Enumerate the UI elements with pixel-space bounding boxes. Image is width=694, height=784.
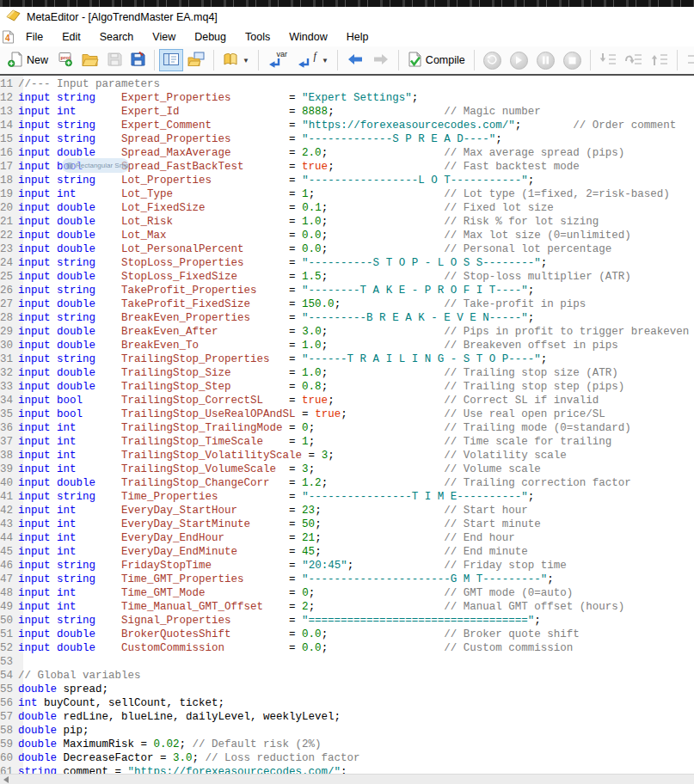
code-text[interactable]: input int TrailingStop_TrailingMode = 0;… (17, 422, 631, 434)
save-as-button[interactable] (126, 49, 150, 71)
code-line: 59double MaximumRisk = 0.02; // Default … (0, 738, 694, 751)
code-text[interactable]: double DecreaseFactor = 3.0; // Loss red… (17, 752, 360, 764)
menu-tools[interactable]: Tools (236, 28, 279, 46)
menu-search[interactable]: Search (90, 28, 144, 46)
code-text[interactable]: input string TrailingStop_Properties = "… (17, 353, 547, 365)
code-text[interactable]: input double BreakEven_After = 3.0; // P… (17, 326, 689, 338)
add-variable-button[interactable]: var (263, 49, 292, 71)
code-token: // Breakeven offset in pips (444, 340, 618, 352)
code-text[interactable] (17, 656, 18, 668)
code-token: Time_GMT_Mode (121, 587, 206, 599)
new-button[interactable]: New (3, 49, 52, 71)
code-text[interactable]: input double CustomCommission = 0.0; // … (17, 642, 573, 654)
code-text[interactable]: input string Time_Properties = "--------… (17, 491, 534, 503)
code-text[interactable]: input string Expert_Properties = "Expert… (17, 92, 418, 104)
new-project-button[interactable]: proj (52, 49, 77, 71)
code-text[interactable]: input bool TrailingStop_CorrectSL = true… (17, 395, 599, 407)
step-over-button[interactable] (621, 49, 647, 71)
code-text[interactable]: input string TakeProfit_Properties = "--… (17, 285, 534, 297)
debug-stop-button[interactable] (559, 49, 586, 71)
code-token: ; (309, 601, 445, 613)
code-text[interactable]: double spread; (17, 683, 108, 695)
step-over-icon (625, 52, 642, 69)
code-text[interactable]: input string Time_GMT_Properties = "----… (17, 573, 554, 585)
code-line: 22input double Lot_Max = 0.0; // Max lot… (0, 229, 694, 242)
code-text[interactable]: input double TrailingStop_Step = 0.8; //… (17, 381, 624, 393)
line-number: 18 (0, 174, 17, 187)
code-text[interactable]: input string StopLoss_Properties = "----… (17, 257, 547, 269)
code-token: input (18, 615, 51, 627)
debug-start-button[interactable] (506, 49, 532, 71)
code-text[interactable]: int buyCount, sellCount, ticket; (17, 697, 224, 709)
code-text[interactable]: input string BreakEven_Properties = "---… (17, 312, 534, 324)
continue-to-cursor-button[interactable] (682, 49, 694, 71)
compile-button[interactable]: Compile (403, 49, 470, 71)
navigate-back-button[interactable] (342, 49, 368, 71)
code-token (95, 230, 121, 242)
code-area[interactable]: 11//--- Input parameters12input string E… (0, 77, 694, 779)
code-text[interactable]: input int EveryDay_StartMinute = 50; // … (17, 518, 541, 530)
code-text[interactable]: double pip; (17, 725, 89, 737)
code-token: 50 (302, 518, 315, 530)
code-line: 53 (0, 655, 694, 669)
code-text[interactable]: input int Lot_Type = 1; // Lot type (1=f… (17, 188, 670, 200)
code-text[interactable]: input string Signal_Properties = "======… (17, 615, 541, 627)
reference-book-button[interactable]: ▼ (218, 49, 254, 71)
save-button[interactable] (103, 49, 126, 71)
menu-debug[interactable]: Debug (185, 28, 236, 46)
code-text[interactable]: input int EveryDay_StartHour = 23; // St… (17, 505, 528, 517)
code-text[interactable]: input double Lot_Max = 0.0; // Max lot s… (17, 230, 631, 242)
step-into-button[interactable] (595, 49, 621, 71)
code-token: = (231, 615, 303, 627)
code-text[interactable]: //--- Input parameters (17, 78, 160, 90)
code-text[interactable]: input int EveryDay_EndMinute = 45; // En… (17, 546, 528, 558)
horizontal-scrollbar[interactable] (0, 774, 694, 784)
code-text[interactable]: input string Spread_Properties = "------… (17, 133, 502, 145)
code-editor[interactable]: 11//--- Input parameters12input string E… (0, 76, 694, 774)
code-token: double (18, 752, 57, 764)
code-token: // Manual GMT offset (hours) (444, 601, 624, 613)
code-text[interactable]: input string FridayStopTime = "20:45"; /… (17, 560, 567, 572)
code-text[interactable]: input double StopLoss_FixedSize = 1.5; /… (17, 271, 631, 283)
code-text[interactable]: input bool TrailingStop_UseRealOPAndSL =… (17, 408, 605, 420)
code-text[interactable]: double MaximumRisk = 0.02; // Default ri… (17, 738, 322, 750)
code-text[interactable]: input double TakeProfit_FixedSize = 150.… (17, 298, 586, 310)
code-token: input (18, 119, 51, 132)
open-button[interactable] (77, 49, 103, 71)
code-text[interactable]: input int Time_Manual_GMT_Offset = 2; //… (17, 601, 624, 613)
add-function-button[interactable]: f ▼ (292, 49, 333, 71)
code-text[interactable]: input double Spread_MaxAverage = 2.0; //… (17, 147, 624, 159)
chevron-down-icon: ▼ (243, 57, 249, 64)
menu-file[interactable]: File (16, 28, 52, 46)
code-text[interactable]: input int EveryDay_EndHour = 21; // End … (17, 532, 515, 544)
code-text[interactable]: input double BrokerQuotesShift = 0.0; //… (17, 628, 580, 640)
code-text[interactable]: input int Expert_Id = 8888; // Magic num… (17, 106, 541, 118)
menu-view[interactable]: View (143, 28, 185, 46)
code-text[interactable]: input double Lot_PersonalPercent = 0.0; … (17, 243, 611, 255)
scroll-left-button[interactable] (0, 775, 12, 784)
code-text[interactable]: input int Time_GMT_Mode = 0; // GMT mode… (17, 587, 573, 599)
code-text[interactable]: // Global variables (17, 670, 141, 682)
toolbox-toggle-button[interactable] (183, 49, 209, 71)
code-text[interactable]: input double BreakEven_To = 1.0; // Brea… (17, 340, 618, 352)
code-token: = (231, 147, 303, 159)
code-text[interactable]: input double Lot_FixedSize = 0.1; // Fix… (17, 202, 554, 214)
navigator-toggle-button[interactable] (159, 49, 183, 71)
navigate-forward-button[interactable] (368, 49, 394, 71)
code-text[interactable]: input int TrailingStop_TimeScale = 1; //… (17, 436, 611, 448)
debug-restart-button[interactable] (479, 49, 506, 71)
code-text[interactable]: input int TrailingStop_VolumeScale = 3; … (17, 463, 541, 475)
code-token: "----------------------G M T---------" (302, 573, 547, 585)
menu-window[interactable]: Window (279, 28, 336, 46)
code-text[interactable]: input double Lot_Risk = 1.0; // Risk % f… (17, 216, 599, 228)
code-text[interactable]: input string Expert_Comment = "https://f… (17, 119, 676, 132)
code-text[interactable]: input string Lot_Properties = "---------… (17, 175, 534, 187)
step-out-button[interactable] (647, 49, 673, 71)
menu-edit[interactable]: Edit (52, 28, 90, 46)
code-text[interactable]: input double TrailingStop_ChangeCorr = 1… (17, 477, 631, 489)
menu-help[interactable]: Help (337, 28, 378, 46)
debug-pause-button[interactable] (532, 49, 559, 71)
code-text[interactable]: double redLine, blueLine, dailyLevel, we… (17, 711, 341, 723)
code-text[interactable]: input double TrailingStop_Size = 1.0; //… (17, 367, 618, 379)
code-text[interactable]: input int TrailingStop_VolatilityScale =… (17, 450, 567, 462)
